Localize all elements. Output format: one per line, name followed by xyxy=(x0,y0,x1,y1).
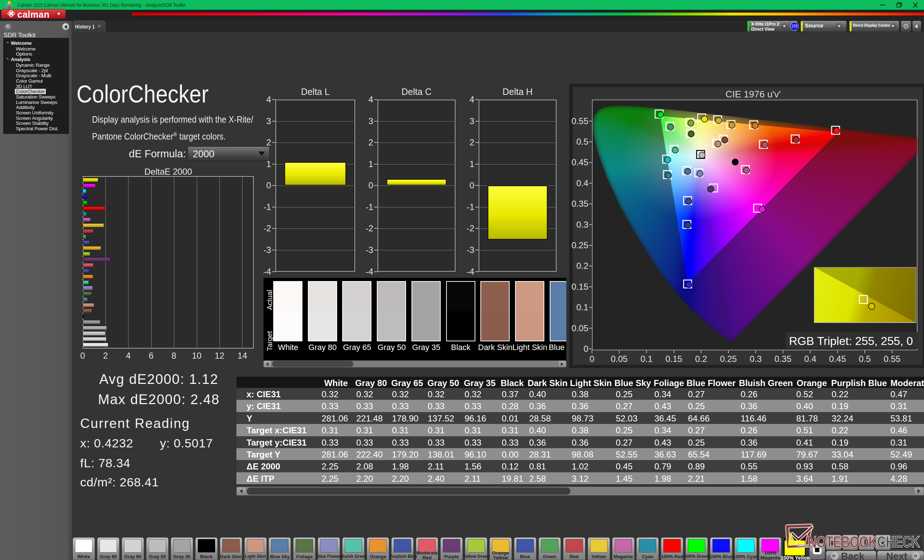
svg-text:0.05: 0.05 xyxy=(572,323,588,333)
svg-text:0.2: 0.2 xyxy=(576,261,588,271)
svg-text:0.3: 0.3 xyxy=(576,220,588,229)
svg-text:0.4: 0.4 xyxy=(804,354,816,364)
svg-text:0.5: 0.5 xyxy=(576,137,588,147)
svg-text:0.35: 0.35 xyxy=(572,199,588,208)
svg-text:0.15: 0.15 xyxy=(665,354,682,364)
svg-text:0.3: 0.3 xyxy=(750,354,762,364)
svg-text:0.1: 0.1 xyxy=(576,302,588,312)
svg-text:0.4: 0.4 xyxy=(576,178,588,188)
svg-text:0: 0 xyxy=(590,354,594,364)
svg-text:0.55: 0.55 xyxy=(572,116,588,126)
svg-text:0.45: 0.45 xyxy=(572,157,588,167)
svg-text:0.45: 0.45 xyxy=(829,354,846,364)
svg-text:0: 0 xyxy=(584,344,588,353)
svg-text:0.55: 0.55 xyxy=(884,354,900,364)
svg-text:0.25: 0.25 xyxy=(572,240,588,250)
svg-text:0.05: 0.05 xyxy=(611,354,628,364)
svg-text:0.1: 0.1 xyxy=(640,354,652,364)
svg-text:0.15: 0.15 xyxy=(572,282,588,292)
svg-text:0.5: 0.5 xyxy=(859,354,871,364)
svg-text:0.35: 0.35 xyxy=(775,354,792,364)
svg-text:0.25: 0.25 xyxy=(720,354,737,364)
svg-text:0.2: 0.2 xyxy=(695,354,707,364)
